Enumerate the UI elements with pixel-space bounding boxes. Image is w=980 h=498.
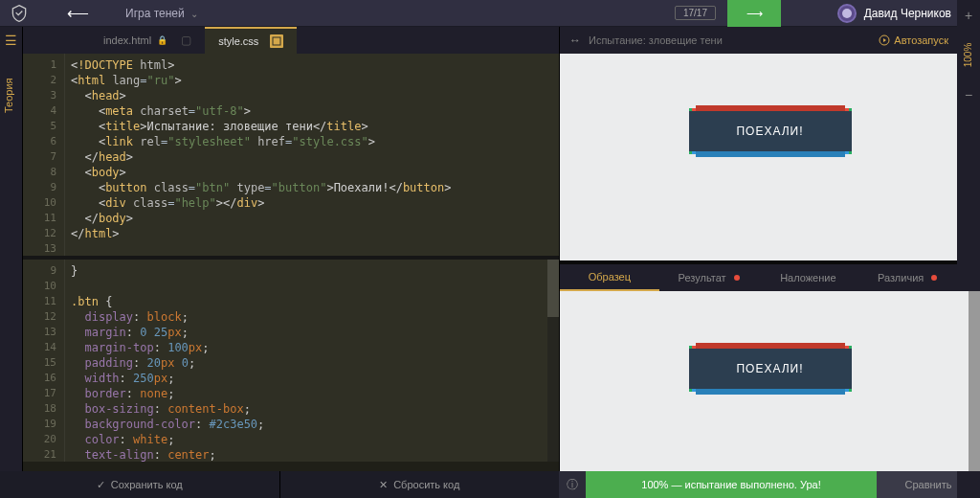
editor-tabs: index.html 🔒 ▢ style.css	[23, 27, 559, 54]
result-tabs: Образец Результат Наложение Различия ?	[560, 264, 980, 291]
tab-style-css[interactable]: style.css	[205, 27, 297, 54]
close-icon[interactable]: ▢	[181, 34, 191, 47]
zoom-value: 100%	[964, 43, 974, 68]
info-icon[interactable]: ⓘ	[559, 471, 586, 498]
avatar-icon	[837, 4, 857, 23]
line-gutter: 12345678910111213	[23, 54, 65, 256]
demo-button: ПОЕХАЛИ!	[689, 111, 852, 151]
reset-code-button[interactable]: ✕Сбросить код	[280, 471, 560, 498]
lock-icon: 🔒	[157, 35, 167, 45]
sample-pane: ПОЕХАЛИ!	[560, 291, 980, 471]
course-title[interactable]: Игра теней⌄	[125, 7, 198, 20]
scrollbar[interactable]	[969, 291, 980, 471]
code-content: <!DOCTYPE html> <html lang="ru"> <head> …	[71, 57, 451, 241]
top-bar: ⟵ Игра теней⌄ 17/17 ⟶ Давид Черников ▾	[0, 0, 980, 27]
zoom-out-button[interactable]: −	[965, 79, 972, 110]
bottom-bar: ✓Сохранить код ✕Сбросить код ⓘ 100% — ис…	[0, 471, 980, 498]
logo-icon[interactable]	[8, 2, 31, 25]
horizontal-scrollbar[interactable]	[23, 462, 559, 471]
user-name: Давид Черников	[864, 7, 951, 20]
zoom-in-button[interactable]: +	[965, 0, 972, 31]
tab-index-html[interactable]: index.html 🔒 ▢	[90, 27, 205, 54]
tab-sample[interactable]: Образец	[560, 264, 659, 291]
highlight-icon	[270, 34, 283, 48]
theory-tab[interactable]: Теория	[3, 78, 14, 113]
back-arrow-icon[interactable]: ⟵	[59, 4, 97, 22]
progress-indicator: 17/17	[675, 6, 716, 20]
code-content: } .btn { display: block; margin: 0 25px;…	[71, 263, 264, 462]
html-editor[interactable]: 12345678910111213 <!DOCTYPE html> <html …	[23, 54, 559, 256]
close-icon: ✕	[379, 479, 388, 491]
tab-diff[interactable]: Различия	[858, 264, 957, 291]
line-gutter: 91011121314151617181920212223242526	[23, 260, 65, 462]
left-sidebar: ☰ Теория	[0, 27, 23, 471]
chevron-down-icon: ⌄	[190, 9, 198, 19]
save-code-button[interactable]: ✓Сохранить код	[0, 471, 280, 498]
user-menu[interactable]: Давид Черников ▾	[828, 4, 972, 23]
menu-icon[interactable]: ☰	[0, 27, 22, 54]
status-dot-icon	[931, 275, 937, 281]
next-arrow-button[interactable]: ⟶	[727, 0, 781, 27]
preview-title: Испытание: зловещие тени	[589, 34, 723, 46]
check-icon: ✓	[97, 479, 105, 491]
tab-overlay[interactable]: Наложение	[759, 264, 858, 291]
sample-button: ПОЕХАЛИ!	[689, 349, 852, 389]
scrollbar[interactable]	[547, 260, 559, 462]
preview-pane: ПОЕХАЛИ!	[560, 54, 980, 260]
status-dot-icon	[734, 275, 740, 281]
resize-handle-icon[interactable]: ↔	[569, 34, 581, 47]
css-editor[interactable]: 91011121314151617181920212223242526 } .b…	[23, 260, 559, 462]
preview-header: ↔ Испытание: зловещие тени Автозапуск ⛶	[560, 27, 980, 54]
status-message: 100% — испытание выполнено. Ура!	[586, 471, 877, 498]
autorun-toggle[interactable]: Автозапуск	[879, 34, 948, 46]
svg-rect-0	[273, 37, 280, 45]
tab-result[interactable]: Результат	[659, 264, 759, 291]
